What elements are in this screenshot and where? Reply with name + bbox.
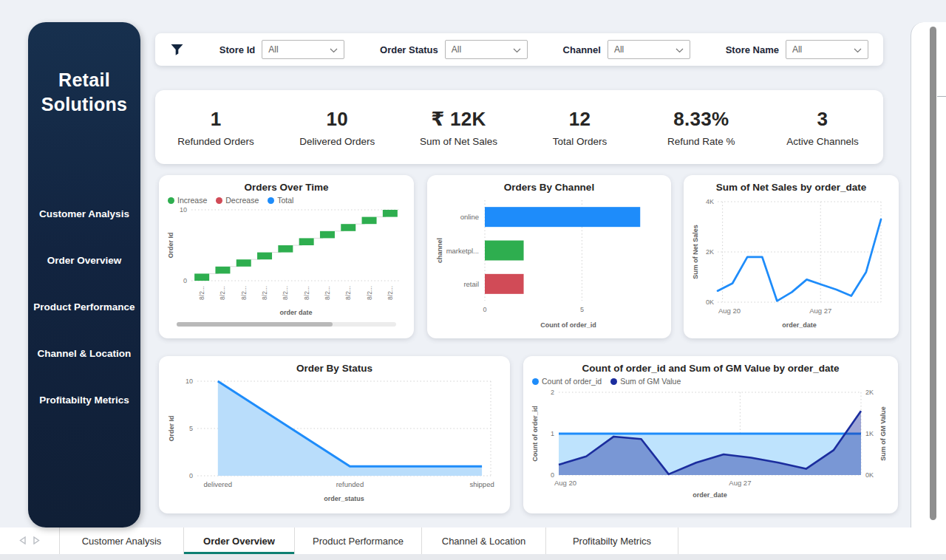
svg-text:Order Id: Order Id xyxy=(168,415,175,441)
order-by-status-area-chart[interactable]: 0510deliveredrefundedshippedorder_status… xyxy=(166,375,501,505)
legend-dot-increase xyxy=(168,197,174,204)
sidebar: Retail Solutions Customer Analysis Order… xyxy=(28,22,140,527)
net-sales-line-card: Sum of Net Sales by order_date 0K2K4KAug… xyxy=(684,175,899,338)
legend-dot-count xyxy=(532,378,539,385)
svg-text:8/2...: 8/2... xyxy=(387,286,394,300)
svg-text:retail: retail xyxy=(463,280,479,288)
orders-by-channel-card: Orders By Channel 05onlinemarketpl...ret… xyxy=(427,175,671,338)
svg-text:5: 5 xyxy=(189,425,193,432)
chart-title: Sum of Net Sales by order_date xyxy=(691,180,891,194)
chart-title: Count of order_id and Sum of GM Value by… xyxy=(531,361,891,375)
filter-store-name: Store Name All xyxy=(726,40,868,59)
chevron-down-icon xyxy=(330,43,338,56)
svg-text:8/2...: 8/2... xyxy=(219,286,226,300)
kpi-refund-rate: 8.33% Refund Rate % xyxy=(641,108,762,147)
svg-text:Aug 20: Aug 20 xyxy=(554,479,576,487)
svg-text:Count of order_id: Count of order_id xyxy=(531,406,539,462)
svg-text:8/2...: 8/2... xyxy=(324,286,331,300)
tab-product-performance[interactable]: Product Performance xyxy=(294,527,421,554)
svg-text:shipped: shipped xyxy=(469,480,494,488)
svg-text:8/2...: 8/2... xyxy=(344,286,352,300)
svg-text:0: 0 xyxy=(483,306,486,313)
sidebar-item-product-performance[interactable]: Product Performance xyxy=(28,284,140,330)
page-scrollbar-thumb[interactable] xyxy=(930,27,936,520)
store-name-dropdown[interactable]: All xyxy=(786,40,868,59)
svg-text:8/2...: 8/2... xyxy=(303,286,310,300)
chart-legend: Increase Decrease Total xyxy=(166,194,406,205)
chevron-down-icon xyxy=(854,43,862,56)
svg-text:order_date: order_date xyxy=(693,491,727,499)
chart-hscrollbar[interactable] xyxy=(177,322,396,327)
chart-hscrollbar-thumb[interactable] xyxy=(177,322,333,327)
chevron-down-icon xyxy=(676,43,684,56)
filter-channel: Channel All xyxy=(563,40,690,59)
chart-title: Order By Status xyxy=(166,361,503,375)
svg-text:2K: 2K xyxy=(706,248,714,256)
legend-dot-total xyxy=(268,197,274,204)
order-status-dropdown[interactable]: All xyxy=(445,40,528,59)
kpi-active-channels: 3 Active Channels xyxy=(762,108,883,147)
svg-text:order date: order date xyxy=(279,309,312,316)
svg-text:order_status: order_status xyxy=(324,495,364,502)
legend-dot-gm-value xyxy=(610,378,617,385)
kpi-total-orders: 12 Total Orders xyxy=(520,108,641,147)
filter-store-id: Store Id All xyxy=(220,40,344,59)
net-sales-line-chart[interactable]: 0K2K4KAug 20Aug 27order_dateSum of Net S… xyxy=(691,194,890,332)
svg-text:Sum of GM Value: Sum of GM Value xyxy=(879,406,887,461)
chart-legend: Count of order_id Sum of GM Value xyxy=(531,375,891,386)
svg-text:Sum of Net Sales: Sum of Net Sales xyxy=(692,225,699,279)
svg-text:8/2...: 8/2... xyxy=(282,286,289,300)
svg-text:Count of order_id: Count of order_id xyxy=(540,321,596,329)
orders-gm-dual-area-chart[interactable]: 00K11K22KAug 20Aug 27order_dateCount of … xyxy=(531,386,889,500)
chevron-down-icon xyxy=(513,43,521,56)
svg-text:10: 10 xyxy=(186,378,193,385)
filter-label: Order Status xyxy=(380,44,438,55)
tab-channel-location[interactable]: Channel & Location xyxy=(421,527,545,554)
svg-text:1K: 1K xyxy=(865,430,874,437)
svg-text:2K: 2K xyxy=(865,389,874,396)
orders-by-channel-bar-chart[interactable]: 05onlinemarketpl...retailCount of order_… xyxy=(435,194,662,332)
filter-order-status: Order Status All xyxy=(380,40,528,59)
footer-strip xyxy=(0,554,946,560)
tab-order-overview[interactable]: Order Overview xyxy=(183,527,294,554)
rail-divider xyxy=(937,96,946,97)
kpi-net-sales: ₹ 12K Sum of Net Sales xyxy=(398,108,519,147)
svg-text:8/2...: 8/2... xyxy=(366,286,373,300)
svg-text:5: 5 xyxy=(580,306,584,313)
svg-text:0K: 0K xyxy=(865,471,874,479)
chart-title: Orders Over Time xyxy=(166,180,406,194)
svg-text:0: 0 xyxy=(189,472,193,479)
legend-dot-decrease xyxy=(216,197,222,204)
sidebar-item-profitability-metrics[interactable]: Profitabilty Metrics xyxy=(28,377,140,423)
kpi-delivered-orders: 10 Delivered Orders xyxy=(276,108,398,147)
svg-text:Aug 27: Aug 27 xyxy=(809,307,831,315)
chart-title: Orders By Channel xyxy=(435,180,664,194)
sidebar-item-channel-location[interactable]: Channel & Location xyxy=(28,330,140,377)
channel-dropdown[interactable]: All xyxy=(608,40,690,59)
store-id-dropdown[interactable]: All xyxy=(262,40,344,59)
svg-text:Aug 20: Aug 20 xyxy=(718,307,741,315)
orders-over-time-card: Orders Over Time Increase Decrease Total… xyxy=(159,175,414,338)
svg-text:marketpl...: marketpl... xyxy=(446,247,479,255)
filter-label: Channel xyxy=(563,44,601,55)
filter-label: Store Id xyxy=(220,44,255,55)
svg-text:10: 10 xyxy=(180,206,187,214)
sidebar-item-customer-analysis[interactable]: Customer Analysis xyxy=(28,191,140,237)
svg-text:Aug 27: Aug 27 xyxy=(729,479,751,487)
orders-over-time-waterfall-chart[interactable]: 0108/2...8/2...8/2...8/2...8/2...8/2...8… xyxy=(166,205,405,319)
svg-text:2: 2 xyxy=(551,389,554,396)
svg-text:delivered: delivered xyxy=(204,480,233,488)
tab-scroll-arrows xyxy=(0,527,59,554)
svg-text:0: 0 xyxy=(183,277,187,284)
tab-scroll-left-icon[interactable] xyxy=(19,534,26,547)
sidebar-item-order-overview[interactable]: Order Overview xyxy=(28,237,140,284)
tab-profitability-metrics[interactable]: Profitabilty Metrics xyxy=(545,527,678,554)
svg-text:channel: channel xyxy=(436,238,443,263)
svg-text:8/2...: 8/2... xyxy=(261,286,268,300)
filter-funnel-icon xyxy=(170,43,184,57)
filter-bar: Store Id All Order Status All Channel Al… xyxy=(155,33,883,66)
tab-scroll-right-icon[interactable] xyxy=(33,534,40,547)
svg-text:0K: 0K xyxy=(706,298,714,306)
orders-gm-dual-card: Count of order_id and Sum of GM Value by… xyxy=(523,356,898,513)
tab-customer-analysis[interactable]: Customer Analysis xyxy=(59,527,183,554)
